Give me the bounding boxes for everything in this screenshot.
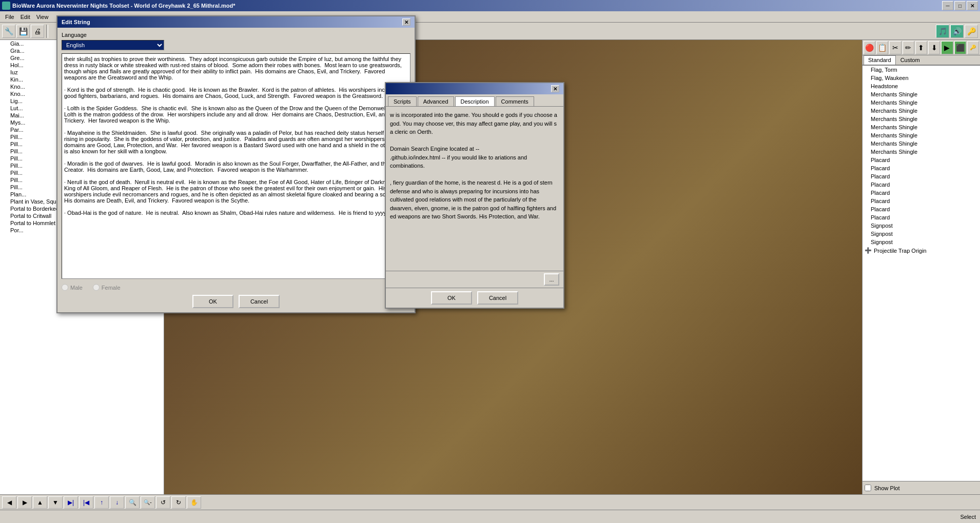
show-plot-checkbox[interactable]	[865, 485, 871, 491]
tab-standard[interactable]: Standard	[864, 55, 896, 65]
edit-string-dialog[interactable]: Edit String ✕ Language English their sku…	[56, 15, 416, 313]
minimize-button[interactable]: ─	[942, 1, 953, 10]
inner-cancel-button[interactable]: Cancel	[477, 291, 518, 305]
rp-btn-2[interactable]: 📋	[876, 41, 888, 54]
inner-ok-button[interactable]: OK	[431, 291, 472, 305]
inner-tab-scripts[interactable]: Scripts	[388, 96, 417, 106]
male-radio[interactable]	[62, 284, 68, 291]
rlist-ms-2[interactable]: Merchants Shingle	[863, 98, 980, 107]
menu-view[interactable]: View	[33, 13, 52, 21]
edit-string-ok-button[interactable]: OK	[192, 295, 233, 308]
female-radio[interactable]	[93, 284, 100, 291]
string-textarea[interactable]: their skulls] as trophies to prove their…	[62, 53, 410, 279]
toolbar-btn-1[interactable]: 🔧	[2, 25, 15, 38]
toolbar-btn-right-3[interactable]: 🔑	[965, 25, 978, 38]
grab[interactable]: ✋	[187, 496, 201, 509]
inner-dialog-close-button[interactable]: ✕	[551, 85, 559, 92]
rlist-placard-1[interactable]: Placard	[863, 156, 980, 164]
rlist-signpost-1[interactable]: Signpost	[863, 222, 980, 230]
bottom-toolbar: ◀ ▶ ▲ ▼ ▶| |◀ ↑ ↓ 🔍 🔍- ↺ ↻ ✋	[0, 494, 980, 510]
nav-down[interactable]: ▼	[48, 496, 63, 509]
edit-string-close-button[interactable]: ✕	[402, 18, 410, 26]
maximize-button[interactable]: □	[954, 1, 966, 10]
rlist-headstone[interactable]: Headstone	[863, 82, 980, 90]
rlist-ms-6[interactable]: Merchants Shingle	[863, 131, 980, 139]
edit-string-dialog-body: Language English their skulls] as trophi…	[57, 28, 415, 312]
nav-up2[interactable]: ↑	[94, 496, 109, 509]
toolbar-btn-2[interactable]: 💾	[16, 25, 30, 38]
ellipsis-button[interactable]: ...	[544, 273, 559, 286]
rlist-flag-torm[interactable]: Flag, Torm	[863, 66, 980, 74]
nav-left[interactable]: ◀	[2, 496, 16, 509]
text-area-container: their skulls] as trophies to prove their…	[62, 53, 410, 280]
gender-radio-row: Male Female	[62, 284, 410, 291]
tab-custom[interactable]: Custom	[896, 55, 925, 65]
toolbar-btn-right-1[interactable]: 🎵	[936, 25, 949, 38]
zoom-out[interactable]: 🔍-	[141, 496, 155, 509]
rlist-ms-5[interactable]: Merchants Shingle	[863, 123, 980, 131]
toolbar-btn-right-2[interactable]: 🔊	[950, 25, 964, 38]
app-title: BioWare Aurora Neverwinter Nights Toolse…	[12, 3, 236, 9]
rotate-ccw[interactable]: ↺	[156, 496, 170, 509]
inner-dialog-footer: ...	[386, 271, 563, 288]
status-select: Select	[960, 514, 976, 520]
rp-btn-4[interactable]: ✏	[903, 41, 914, 54]
rlist-placard-3[interactable]: Placard	[863, 172, 980, 180]
status-bar: Select	[0, 510, 980, 523]
inner-dialog[interactable]: ✕ Scripts Advanced Description Comments …	[385, 82, 564, 309]
nav-up[interactable]: ▲	[33, 496, 47, 509]
close-button[interactable]: ✕	[967, 1, 978, 10]
inner-tab-comments[interactable]: Comments	[496, 96, 534, 106]
rlist-signpost-3[interactable]: Signpost	[863, 238, 980, 246]
rlist-ms-8[interactable]: Merchants Shingle	[863, 148, 980, 156]
show-plot-label: Show Plot	[874, 485, 900, 491]
rlist-category-projectile[interactable]: ➕ Projectile Trap Origin	[863, 246, 980, 255]
male-radio-label[interactable]: Male	[62, 284, 83, 291]
rotate-cw[interactable]: ↻	[171, 496, 186, 509]
rp-btn-6[interactable]: ⬇	[928, 41, 940, 54]
language-select[interactable]: English	[62, 40, 164, 50]
menu-edit[interactable]: Edit	[17, 13, 33, 21]
inner-dialog-buttons: OK Cancel	[386, 288, 563, 308]
rlist-ms-3[interactable]: Merchants Shingle	[863, 107, 980, 115]
right-list: Flag, Torm Flag, Waukeen Headstone Merch…	[863, 66, 980, 481]
nav-forward[interactable]: ▶|	[64, 496, 78, 509]
rp-btn-8[interactable]: ⬛	[954, 41, 966, 54]
zoom-in[interactable]: 🔍	[125, 496, 140, 509]
rp-btn-7[interactable]: ▶	[941, 41, 953, 54]
nav-right[interactable]: ▶	[17, 496, 32, 509]
inner-dialog-tabs: Scripts Advanced Description Comments	[386, 94, 563, 107]
inner-dialog-content: w is incorporated into the game. You sho…	[386, 107, 563, 271]
title-bar-buttons: ─ □ ✕	[942, 1, 978, 10]
toolbar-btn-3[interactable]: 🖨	[31, 25, 44, 38]
inner-dialog-text: w is incorporated into the game. You sho…	[390, 111, 559, 136]
rp-btn-5[interactable]: ⬆	[915, 41, 927, 54]
title-bar: BioWare Aurora Neverwinter Nights Toolse…	[0, 0, 980, 11]
rlist-placard-5[interactable]: Placard	[863, 189, 980, 197]
nav-down2[interactable]: ↓	[110, 496, 124, 509]
rlist-placard-8[interactable]: Placard	[863, 213, 980, 222]
inner-dialog-title: ✕	[386, 83, 563, 94]
nav-back[interactable]: |◀	[79, 496, 93, 509]
rlist-placard-7[interactable]: Placard	[863, 205, 980, 213]
inner-tab-advanced[interactable]: Advanced	[418, 96, 454, 106]
rlist-signpost-2[interactable]: Signpost	[863, 230, 980, 238]
rp-btn-9[interactable]: 🔑	[967, 41, 979, 54]
rp-btn-1[interactable]: 🔴	[864, 41, 875, 54]
rlist-placard-2[interactable]: Placard	[863, 164, 980, 172]
rlist-flag-waukeen[interactable]: Flag, Waukeen	[863, 74, 980, 82]
rlist-ms-4[interactable]: Merchants Shingle	[863, 115, 980, 123]
rlist-placard-4[interactable]: Placard	[863, 180, 980, 189]
inner-tab-description[interactable]: Description	[455, 96, 495, 106]
edit-string-dialog-title: Edit String ✕	[57, 16, 415, 28]
top-tab-switcher: Standard Custom	[863, 55, 980, 66]
rlist-ms-7[interactable]: Merchants Shingle	[863, 139, 980, 148]
rlist-placard-6[interactable]: Placard	[863, 197, 980, 205]
rlist-ms-1[interactable]: Merchants Shingle	[863, 90, 980, 98]
menu-file[interactable]: File	[2, 13, 17, 21]
inner-dialog-text-3: , fiery guardian of the home, is the nea…	[390, 178, 559, 221]
rp-btn-3[interactable]: ✂	[889, 41, 901, 54]
right-panel: 🔴 📋 ✂ ✏ ⬆ ⬇ ▶ ⬛ 🔑 Standard Custom Flag, …	[862, 40, 980, 494]
female-radio-label[interactable]: Female	[93, 284, 121, 291]
edit-string-cancel-button[interactable]: Cancel	[239, 295, 280, 308]
